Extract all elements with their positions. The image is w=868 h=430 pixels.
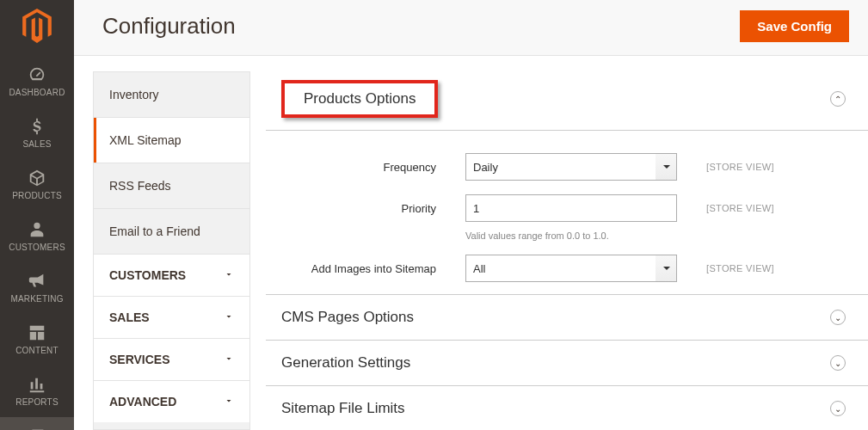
- cube-icon: [2, 168, 72, 188]
- sidebar-item-dashboard[interactable]: DASHBOARD: [0, 56, 74, 108]
- sidebar-item-label: MARKETING: [10, 294, 63, 304]
- sidebar-item-sales[interactable]: SALES: [0, 108, 74, 159]
- sidebar-item-label: SALES: [22, 139, 51, 149]
- megaphone-icon: [2, 271, 72, 292]
- field-label: Frequency: [266, 161, 465, 174]
- sidebar-item-stores[interactable]: STORES: [0, 417, 74, 430]
- scope-label: [STORE VIEW]: [706, 263, 774, 273]
- sidebar-item-customers[interactable]: CUSTOMERS: [0, 211, 74, 262]
- section-cms-pages-options[interactable]: CMS Pages Options ⌄: [266, 295, 868, 340]
- tab-label: Email to a Friend: [109, 224, 200, 238]
- tab-email-friend[interactable]: Email to a Friend: [94, 208, 249, 254]
- sidebar-item-reports[interactable]: REPORTS: [0, 366, 74, 417]
- section-title: Products Options: [281, 80, 438, 118]
- layout-icon: [2, 322, 72, 343]
- add-images-select[interactable]: All: [465, 255, 677, 282]
- tab-group-label: SALES: [109, 310, 150, 324]
- sidebar-item-label: PRODUCTS: [12, 191, 62, 200]
- priority-input[interactable]: [465, 194, 677, 222]
- tab-group-label: CUSTOMERS: [109, 268, 186, 282]
- tab-xml-sitemap[interactable]: XML Sitemap: [94, 117, 249, 163]
- admin-sidebar: DASHBOARD SALES PRODUCTS CUSTOMERS MARKE…: [0, 0, 74, 430]
- section-products-options-body: Frequency Daily [STORE VIEW] Priority [S…: [266, 131, 868, 294]
- dashboard-icon: [2, 64, 72, 85]
- tab-label: XML Sitemap: [109, 133, 182, 147]
- section-title: Generation Settings: [281, 354, 410, 372]
- sidebar-item-label: REPORTS: [15, 397, 58, 407]
- config-tabs: Inventory XML Sitemap RSS Feeds Email to…: [93, 71, 250, 430]
- sidebar-item-content[interactable]: CONTENT: [0, 314, 74, 366]
- tab-inventory[interactable]: Inventory: [94, 71, 249, 117]
- section-sitemap-file-limits[interactable]: Sitemap File Limits ⌄: [266, 386, 868, 430]
- section-title: CMS Pages Options: [281, 309, 414, 326]
- field-label: Add Images into Sitemap: [266, 262, 465, 275]
- section-title: Sitemap File Limits: [281, 400, 405, 417]
- expand-icon: ⌄: [830, 310, 846, 325]
- chevron-down-icon: [224, 310, 234, 324]
- sidebar-item-label: DASHBOARD: [9, 88, 65, 97]
- tab-group-label: SERVICES: [109, 353, 170, 366]
- tab-label: RSS Feeds: [109, 179, 171, 193]
- tab-group-sales[interactable]: SALES: [94, 296, 249, 338]
- tab-group-customers[interactable]: CUSTOMERS: [94, 254, 249, 296]
- chevron-down-icon: [224, 353, 234, 366]
- expand-icon: ⌄: [830, 355, 846, 371]
- field-frequency: Frequency Daily [STORE VIEW]: [266, 146, 868, 187]
- sidebar-item-marketing[interactable]: MARKETING: [0, 262, 74, 314]
- chevron-down-icon: [224, 268, 234, 282]
- field-add-images: Add Images into Sitemap All [STORE VIEW]: [266, 248, 868, 289]
- tab-group-advanced[interactable]: ADVANCED: [94, 380, 249, 422]
- page-header: Configuration Save Config: [74, 0, 868, 56]
- sidebar-item-products[interactable]: PRODUCTS: [0, 159, 74, 211]
- dollar-icon: [2, 116, 72, 137]
- chevron-down-icon: [224, 395, 234, 408]
- sidebar-item-label: CUSTOMERS: [9, 243, 65, 252]
- store-icon: [2, 426, 72, 430]
- field-label: Priority: [266, 202, 465, 215]
- bar-chart-icon: [2, 374, 72, 395]
- sidebar-item-label: CONTENT: [15, 346, 58, 355]
- priority-note: Valid values range from 0.0 to 1.0.: [266, 229, 868, 248]
- section-products-options-header[interactable]: Products Options ⌃: [266, 71, 868, 131]
- tab-rss-feeds[interactable]: RSS Feeds: [94, 163, 249, 208]
- person-icon: [2, 219, 72, 240]
- tab-group-services[interactable]: SERVICES: [94, 338, 249, 380]
- tab-group-label: ADVANCED: [109, 395, 176, 408]
- magento-logo[interactable]: [0, 0, 74, 56]
- tab-label: Inventory: [109, 88, 159, 101]
- section-generation-settings[interactable]: Generation Settings ⌄: [266, 341, 868, 385]
- field-priority: Priority [STORE VIEW]: [266, 187, 868, 229]
- page-title: Configuration: [102, 13, 236, 40]
- scope-label: [STORE VIEW]: [706, 203, 774, 213]
- config-panel: Products Options ⌃ Frequency Daily [STOR…: [250, 71, 868, 430]
- save-config-button[interactable]: Save Config: [740, 10, 849, 42]
- collapse-icon: ⌃: [830, 91, 846, 107]
- frequency-select[interactable]: Daily: [465, 153, 677, 181]
- scope-label: [STORE VIEW]: [706, 162, 774, 172]
- expand-icon: ⌄: [830, 401, 846, 416]
